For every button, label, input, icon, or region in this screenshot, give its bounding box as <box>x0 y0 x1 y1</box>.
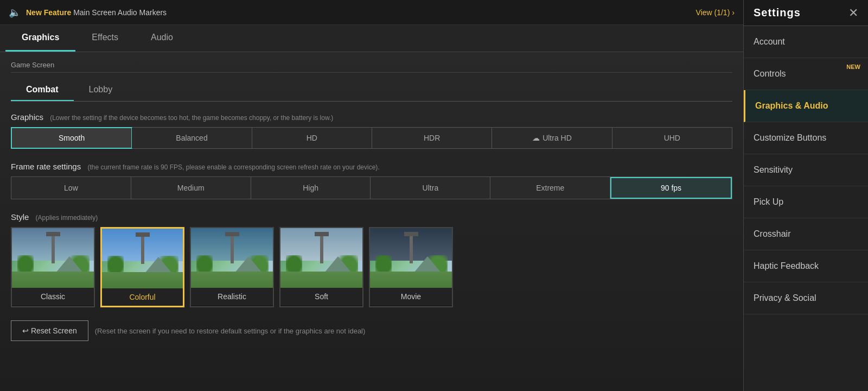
fps-ultra-btn[interactable]: Ultra <box>371 177 490 199</box>
realistic-ground <box>191 272 273 288</box>
classic-ground <box>12 272 94 288</box>
classic-label: Classic <box>12 288 94 305</box>
fps-high-btn[interactable]: High <box>251 177 371 199</box>
soft-image <box>280 228 362 288</box>
style-section: Style (Applies immediately) Classic <box>11 212 732 307</box>
style-sublabel: (Applies immediately) <box>36 214 98 222</box>
notification-bar: 🔈 New Feature Main Screen Audio Markers … <box>0 0 743 25</box>
style-realistic-card[interactable]: Realistic <box>190 227 274 307</box>
movie-tower <box>410 236 413 263</box>
cloud-icon: ☁ <box>532 134 540 142</box>
sidebar-item-sensitivity[interactable]: Sensitivity <box>744 154 868 186</box>
framerate-sublabel: (the current frame rate is 90 FPS, pleas… <box>87 163 379 171</box>
notification-text: New Feature Main Screen Audio Markers <box>26 8 167 17</box>
subtab-combat[interactable]: Combat <box>11 79 74 101</box>
settings-body: Game Screen Combat Lobby Graphics (Lower… <box>0 52 743 391</box>
graphics-ultrahd-btn[interactable]: ☁ Ultra HD <box>492 128 612 148</box>
framerate-section: Frame rate settings (the current frame r… <box>11 162 732 199</box>
reset-description: (Reset the screen if you need to restore… <box>95 327 366 335</box>
colorful-ground <box>102 272 183 288</box>
classic-image <box>12 228 94 288</box>
graphics-quality-section: Graphics (Lower the setting if the devic… <box>11 112 732 149</box>
colorful-mountain <box>145 257 172 273</box>
tab-bar: Graphics Effects Audio <box>0 25 743 52</box>
fps-low-btn[interactable]: Low <box>11 177 131 199</box>
sidebar-item-haptic[interactable]: Haptic Feedback <box>744 250 868 282</box>
colorful-tower <box>141 237 144 264</box>
section-header: Game Screen <box>11 58 732 73</box>
view-label: View (1/1) <box>696 8 730 17</box>
movie-label: Movie <box>370 288 452 305</box>
style-label: Style (Applies immediately) <box>11 212 732 222</box>
speaker-icon: 🔈 <box>9 7 21 18</box>
style-movie-card[interactable]: Movie <box>369 227 453 307</box>
soft-ground <box>280 272 362 288</box>
classic-mountain <box>56 256 83 273</box>
sidebar-item-graphics-audio[interactable]: Graphics & Audio <box>744 90 868 122</box>
soft-tower <box>320 236 323 263</box>
close-button[interactable]: ✕ <box>848 7 858 19</box>
sidebar-item-privacy[interactable]: Privacy & Social <box>744 282 868 314</box>
fps-medium-btn[interactable]: Medium <box>131 177 251 199</box>
notification-highlight: New Feature <box>26 8 71 17</box>
main-content: 🔈 New Feature Main Screen Audio Markers … <box>0 0 743 391</box>
sidebar-title: Settings <box>754 7 801 19</box>
graphics-balanced-btn[interactable]: Balanced <box>132 128 252 148</box>
tab-audio[interactable]: Audio <box>135 25 189 52</box>
tab-effects[interactable]: Effects <box>75 25 135 52</box>
graphics-sublabel: (Lower the setting if the device becomes… <box>50 114 333 122</box>
sidebar-item-customize[interactable]: Customize Buttons <box>744 122 868 154</box>
reset-section: ↩ Reset Screen (Reset the screen if you … <box>11 320 732 341</box>
style-cards: Classic Colorful <box>11 227 732 307</box>
sidebar-header: Settings ✕ <box>744 0 868 26</box>
style-classic-card[interactable]: Classic <box>11 227 95 307</box>
realistic-label: Realistic <box>191 288 273 305</box>
movie-ground <box>370 272 452 288</box>
style-soft-card[interactable]: Soft <box>279 227 363 307</box>
notification-left: 🔈 New Feature Main Screen Audio Markers <box>9 7 167 18</box>
subtab-bar: Combat Lobby <box>11 79 732 102</box>
realistic-tower <box>231 236 234 263</box>
classic-tower <box>52 236 55 263</box>
reset-screen-button[interactable]: ↩ Reset Screen <box>11 320 88 341</box>
soft-label: Soft <box>280 288 362 305</box>
colorful-image <box>102 229 183 288</box>
controls-new-badge: NEW <box>846 64 860 70</box>
colorful-label: Colorful <box>102 288 183 306</box>
sidebar-item-pickup[interactable]: Pick Up <box>744 186 868 218</box>
graphics-hdr-btn[interactable]: HDR <box>372 128 492 148</box>
movie-mountain <box>414 256 441 273</box>
framerate-label: Frame rate settings (the current frame r… <box>11 162 732 171</box>
subtab-lobby[interactable]: Lobby <box>74 79 128 101</box>
view-button[interactable]: View (1/1) › <box>696 8 735 17</box>
view-arrow: › <box>732 8 735 17</box>
soft-mountain <box>324 256 352 273</box>
notification-body: Main Screen Audio Markers <box>71 8 167 17</box>
sidebar-item-account[interactable]: Account <box>744 26 868 58</box>
realistic-image <box>191 228 273 288</box>
graphics-uhd-btn[interactable]: UHD <box>612 128 732 148</box>
controls-label: Controls <box>754 69 786 78</box>
sidebar-item-controls[interactable]: Controls NEW <box>744 58 868 90</box>
fps-90-btn[interactable]: 90 fps <box>610 177 732 199</box>
graphics-hd-btn[interactable]: HD <box>252 128 372 148</box>
style-colorful-card[interactable]: Colorful <box>100 227 184 307</box>
realistic-mountain <box>235 256 262 273</box>
sidebar-item-crosshair[interactable]: Crosshair <box>744 218 868 250</box>
movie-image <box>370 228 452 288</box>
tab-graphics[interactable]: Graphics <box>5 25 75 52</box>
fps-extreme-btn[interactable]: Extreme <box>490 177 610 199</box>
graphics-options-row: Smooth Balanced HD HDR ☁ Ultra HD UHD <box>11 127 732 149</box>
ultrahd-label: Ultra HD <box>542 134 572 142</box>
graphics-label: Graphics (Lower the setting if the devic… <box>11 112 732 122</box>
graphics-smooth-btn[interactable]: Smooth <box>11 127 132 149</box>
framerate-options-row: Low Medium High Ultra Extreme 90 fps <box>11 176 732 199</box>
sidebar: Settings ✕ Account Controls NEW Graphics… <box>743 0 868 391</box>
